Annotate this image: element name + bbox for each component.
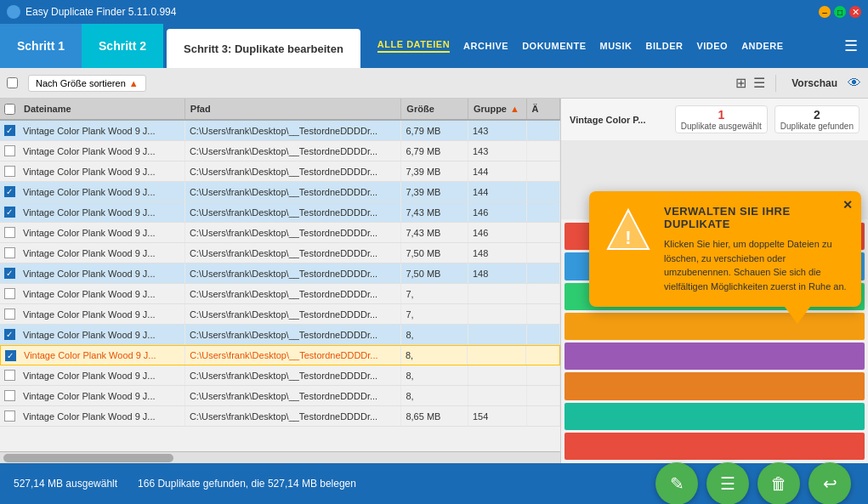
row-group: 143 — [468, 121, 527, 140]
row-checkbox[interactable] — [4, 288, 15, 299]
row-checkbox[interactable] — [4, 145, 15, 156]
tooltip-text-area: VERWALTEN SIE IHRE DUPLIKATE Klicken Sie… — [664, 205, 848, 293]
maximize-button[interactable]: □ — [834, 6, 846, 18]
row-checkbox[interactable] — [4, 370, 15, 381]
nav-all-files[interactable]: ALLE DATEIEN — [377, 39, 450, 53]
table-row[interactable]: Vintage Color Plank Wood 9 J...C:\Users\… — [0, 223, 560, 243]
list-button[interactable]: ☰ — [706, 462, 749, 504]
row-filename: Vintage Color Plank Wood 9 J... — [19, 365, 185, 385]
sort-arrow: ▲ — [129, 78, 139, 88]
table-row[interactable]: ✓Vintage Color Plank Wood 9 J...C:\Users… — [0, 325, 560, 345]
row-path: C:\Users\frank\Desktop\__TestordneDDDDr.… — [185, 304, 402, 324]
row-filename: Vintage Color Plank Wood 9 J... — [19, 406, 185, 426]
main-content: Dateiname Pfad Größe Gruppe ▲ Ä ✓Vintage… — [0, 99, 868, 463]
table-row[interactable]: ✓Vintage Color Plank Wood 9 J...C:\Users… — [0, 182, 560, 202]
eye-button[interactable]: 👁 — [848, 76, 861, 91]
row-size: 7,39 MB — [401, 161, 468, 181]
tooltip-arrow — [785, 307, 810, 324]
tooltip-title: VERWALTEN SIE IHRE DUPLIKATE — [664, 205, 848, 230]
row-checkbox[interactable]: ✓ — [4, 186, 15, 197]
delete-button[interactable]: 🗑 — [757, 462, 800, 504]
table-row[interactable]: ✓Vintage Color Plank Wood 9 J...C:\Users… — [0, 202, 560, 223]
row-filename: Vintage Color Plank Wood 9 J... — [19, 161, 185, 181]
table-row[interactable]: ✓Vintage Color Plank Wood 9 J...C:\Users… — [0, 121, 560, 141]
selected-count: 1 — [718, 108, 724, 122]
row-ae — [527, 202, 560, 222]
table-row[interactable]: Vintage Color Plank Wood 9 J...C:\Users\… — [0, 284, 560, 304]
row-checkbox[interactable] — [4, 390, 15, 401]
step3-button[interactable]: Schritt 3: Duplikate bearbeiten — [167, 29, 360, 68]
action-buttons: ✎ ☰ 🗑 ↩ — [655, 462, 851, 504]
table-row[interactable]: Vintage Color Plank Wood 9 J...C:\Users\… — [0, 386, 560, 406]
row-checkbox[interactable]: ✓ — [5, 350, 16, 361]
row-ae — [527, 141, 560, 161]
row-checkbox-cell: ✓ — [1, 350, 20, 361]
selected-size: 527,14 MB ausgewählt — [14, 478, 117, 490]
row-path: C:\Users\frank\Desktop\__TestordneDDDDr.… — [185, 325, 402, 344]
table-row[interactable]: Vintage Color Plank Wood 9 J...C:\Users\… — [0, 161, 560, 182]
row-group: 143 — [468, 141, 527, 161]
th-ae[interactable]: Ä — [527, 99, 560, 119]
nav-archive[interactable]: ARCHIVE — [463, 41, 508, 51]
row-size: 7, — [401, 284, 468, 303]
step1-button[interactable]: Schritt 1 — [0, 24, 82, 68]
row-checkbox[interactable] — [4, 247, 15, 258]
row-ae — [527, 304, 560, 324]
horizontal-scrollbar[interactable] — [0, 451, 560, 463]
row-ae — [527, 325, 560, 344]
table-row[interactable]: ✓Vintage Color Plank Wood 9 J...C:\Users… — [0, 263, 560, 284]
row-checkbox[interactable]: ✓ — [4, 125, 15, 136]
th-path[interactable]: Pfad — [185, 99, 402, 119]
row-checkbox[interactable]: ✓ — [4, 329, 15, 340]
sort-button[interactable]: Nach Größe sortieren ▲ — [28, 75, 146, 92]
row-checkbox[interactable] — [4, 309, 15, 320]
row-checkbox[interactable] — [4, 411, 15, 422]
table-row[interactable]: Vintage Color Plank Wood 9 J...C:\Users\… — [0, 406, 560, 427]
tooltip-close-button[interactable]: ✕ — [842, 198, 853, 212]
nav-images[interactable]: BILDER — [645, 41, 683, 51]
nav-other[interactable]: ANDERE — [741, 41, 783, 51]
nav-music[interactable]: MUSIK — [600, 41, 633, 51]
row-checkbox-cell: ✓ — [0, 186, 19, 197]
grid-view-button[interactable]: ⊞ — [735, 75, 746, 91]
row-group: 144 — [468, 161, 527, 181]
minimize-button[interactable]: – — [819, 6, 831, 18]
edit-button[interactable]: ✎ — [655, 462, 698, 504]
preview-label: Vorschau — [791, 77, 837, 89]
row-path: C:\Users\frank\Desktop\__TestordneDDDDr.… — [185, 406, 402, 426]
row-checkbox[interactable]: ✓ — [4, 268, 15, 279]
found-count: 2 — [814, 108, 820, 122]
select-all-checkbox[interactable] — [7, 77, 18, 88]
th-group[interactable]: Gruppe ▲ — [468, 99, 527, 119]
undo-button[interactable]: ↩ — [808, 462, 851, 504]
found-label: Duplikate gefunden — [780, 122, 854, 131]
list-view-button[interactable]: ☰ — [753, 75, 765, 91]
table-row[interactable]: Vintage Color Plank Wood 9 J...C:\Users\… — [0, 243, 560, 263]
step2-button[interactable]: Schritt 2 — [82, 24, 163, 68]
selected-label: Duplikate ausgewählt — [681, 122, 762, 131]
table-row[interactable]: Vintage Color Plank Wood 9 J...C:\Users\… — [0, 365, 560, 386]
nav-video[interactable]: VIDEO — [696, 41, 728, 51]
row-size: 7,50 MB — [401, 263, 468, 283]
th-filename[interactable]: Dateiname — [19, 99, 185, 119]
th-size[interactable]: Größe — [401, 99, 468, 119]
table-row[interactable]: ✓Vintage Color Plank Wood 9 J...C:\Users… — [0, 345, 560, 365]
row-checkbox[interactable] — [4, 227, 15, 238]
row-size: 7, — [401, 304, 468, 324]
row-filename: Vintage Color Plank Wood 9 J... — [19, 141, 185, 161]
row-group — [468, 386, 527, 405]
nav-documents[interactable]: DOKUMENTE — [522, 41, 586, 51]
header-checkbox[interactable] — [4, 104, 15, 115]
scroll-thumb[interactable] — [3, 454, 173, 462]
hamburger-button[interactable]: ☰ — [834, 37, 868, 55]
row-group: 148 — [468, 243, 527, 263]
row-checkbox[interactable]: ✓ — [4, 207, 15, 218]
row-checkbox[interactable] — [4, 166, 15, 177]
row-size: 8, — [401, 325, 468, 344]
warning-triangle-svg: ! — [604, 207, 652, 254]
table-row[interactable]: Vintage Color Plank Wood 9 J...C:\Users\… — [0, 141, 560, 161]
close-button[interactable]: ✕ — [849, 6, 861, 18]
duplicates-found-badge: 2 Duplikate gefunden — [774, 105, 859, 133]
table-row[interactable]: Vintage Color Plank Wood 9 J...C:\Users\… — [0, 304, 560, 325]
row-filename: Vintage Color Plank Wood 9 J... — [20, 346, 185, 365]
